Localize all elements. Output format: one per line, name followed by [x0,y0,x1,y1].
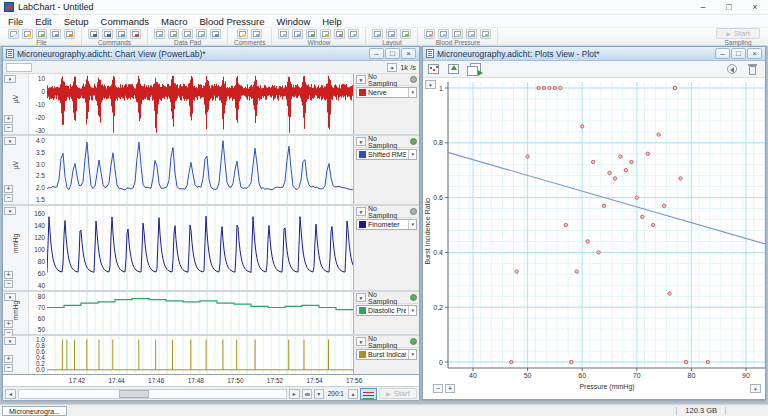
channel-scale-menu-button[interactable]: ▾ [4,75,16,83]
layout-grid-icon[interactable] [372,29,383,39]
channel-scale-menu-button[interactable]: ▾ [4,137,16,145]
channel-plot-3[interactable] [47,206,353,290]
delete-plot-icon[interactable] [745,63,761,76]
datapad-add-row-icon[interactable] [168,29,179,39]
scroll-left-button[interactable]: ◄ [5,389,16,399]
channel-scale-menu-button[interactable]: ▾ [4,337,16,345]
channel-scale-menu-button[interactable]: ▾ [4,293,16,301]
document-tab[interactable]: Microneurogra... [2,406,67,416]
select-icon[interactable] [102,29,113,39]
import-icon[interactable] [36,29,47,39]
new-plot-icon[interactable] [427,63,443,76]
datapad-window-icon[interactable] [210,29,221,39]
layout-export-icon[interactable] [400,29,411,39]
maximize-button[interactable]: □ [716,0,742,14]
scroll-preview-button[interactable] [360,388,377,400]
compression-up-button[interactable]: ▴ [348,389,358,399]
add-comment-icon[interactable] [237,29,248,39]
plot-window-titlebar[interactable]: Microneurography.adicht: Plots View - Pl… [423,47,765,61]
spectrum-icon[interactable] [306,29,317,39]
menu-macro[interactable]: Macro [155,16,193,27]
maximize-button[interactable]: □ [385,48,400,59]
bp-settings-icon[interactable] [480,29,491,39]
map-icon[interactable] [334,29,345,39]
channel-scale-menu-button[interactable]: ▾ [4,207,16,215]
copy-window-icon[interactable] [348,29,359,39]
minimize-button[interactable]: – [690,0,716,14]
channel-name-select[interactable]: Shifted RMS N...▾ [356,149,417,160]
channel-zoom-out-button[interactable]: − [4,124,13,132]
menu-setup[interactable]: Setup [58,16,95,27]
zoom-view-icon[interactable] [292,29,303,39]
channel-zoom-in-button[interactable]: + [4,355,13,363]
menu-commands[interactable]: Commands [95,16,156,27]
minimize-button[interactable]: – [369,48,384,59]
sampling-start-button[interactable]: ▶Start [716,28,760,39]
channel-plot-2[interactable] [47,136,353,204]
scrollbar-thumb[interactable] [119,390,149,398]
bp-calc-icon[interactable] [452,29,463,39]
channel-plot-4[interactable] [47,292,353,334]
export-plot-icon[interactable] [447,63,463,76]
revert-icon[interactable] [725,63,741,76]
layout-columns-icon[interactable] [386,29,397,39]
channel-zoom-out-button[interactable]: − [4,194,13,202]
plot-y-axis-menu-button[interactable]: ▾ [425,80,436,89]
datapad-view-icon[interactable] [154,29,165,39]
channel-zoom-in-button[interactable]: + [4,185,13,193]
menu-blood-pressure[interactable]: Blood Pressure [194,16,271,27]
open-file-icon[interactable] [22,29,33,39]
menu-help[interactable]: Help [316,16,348,27]
channel-zoom-in-button[interactable]: + [4,115,13,123]
channel-name-select[interactable]: Burst Indicator▾ [356,349,417,360]
print-icon[interactable] [50,29,61,39]
sample-rate-control[interactable]: ▾ 1k /s [387,63,416,72]
channel-plot-5[interactable] [47,336,353,374]
chart-hscrollbar[interactable] [18,389,287,399]
scroll-right-button[interactable]: ► [289,389,300,399]
compression-down-button[interactable]: ▾ [314,389,324,399]
plot-zoom-in-button[interactable]: + [445,384,455,393]
channel-sampling-select[interactable]: ▾No Sampling [354,292,419,304]
channel-name-select[interactable]: Diastolic Press...▾ [356,305,417,316]
view-width-button[interactable] [302,389,312,399]
channel-sampling-select[interactable]: ▾No Sampling [354,74,419,86]
datapad-select-icon[interactable] [182,29,193,39]
bp-view-icon[interactable] [438,29,449,39]
minimize-button[interactable]: – [715,48,730,59]
menu-window[interactable]: Window [270,16,316,27]
plot-x-axis-menu-button[interactable]: ▾ [750,384,761,393]
new-file-icon[interactable] [8,29,19,39]
menu-edit[interactable]: Edit [29,16,57,27]
plot-zoom-out-button[interactable]: − [433,384,443,393]
channel-sampling-select[interactable]: ▾No Sampling [354,336,419,348]
channel-zoom-in-button[interactable]: + [4,271,13,279]
chart-window-titlebar[interactable]: Microneurography.adicht: Chart View (Pow… [3,47,419,61]
scatter-plot[interactable]: 40506070809000.20.40.60.81 [423,78,765,399]
channel-zoom-in-button[interactable]: + [4,320,13,328]
close-button[interactable]: × [747,48,762,59]
comments-window-icon[interactable] [251,29,262,39]
datapad-autosize-icon[interactable] [196,29,207,39]
chart-start-button[interactable]: ▶ Start [379,388,417,399]
stop-marker-icon[interactable] [130,29,141,39]
bp-table-icon[interactable] [466,29,477,39]
channel-zoom-out-button[interactable]: − [4,364,13,372]
close-button[interactable]: × [401,48,416,59]
comment-input[interactable] [6,63,32,72]
channel-zoom-out-button[interactable]: − [4,280,13,288]
channel-name-select[interactable]: Finometer▾ [356,219,417,230]
duplicate-plot-icon[interactable] [467,63,483,76]
bp-start-icon[interactable] [424,29,435,39]
channel-sampling-select[interactable]: ▾No Sampling [354,136,419,148]
close-button[interactable]: × [742,0,768,14]
maximize-button[interactable]: □ [731,48,746,59]
marker-icon[interactable] [116,29,127,39]
channel-plot-1[interactable] [47,74,353,134]
menu-file[interactable]: File [2,16,29,27]
channel-name-select[interactable]: Nerve▾ [356,87,417,98]
export-icon[interactable] [64,29,75,39]
find-icon[interactable] [88,29,99,39]
tile-windows-icon[interactable] [278,29,289,39]
channel-sampling-select[interactable]: ▾No Sampling [354,206,419,218]
